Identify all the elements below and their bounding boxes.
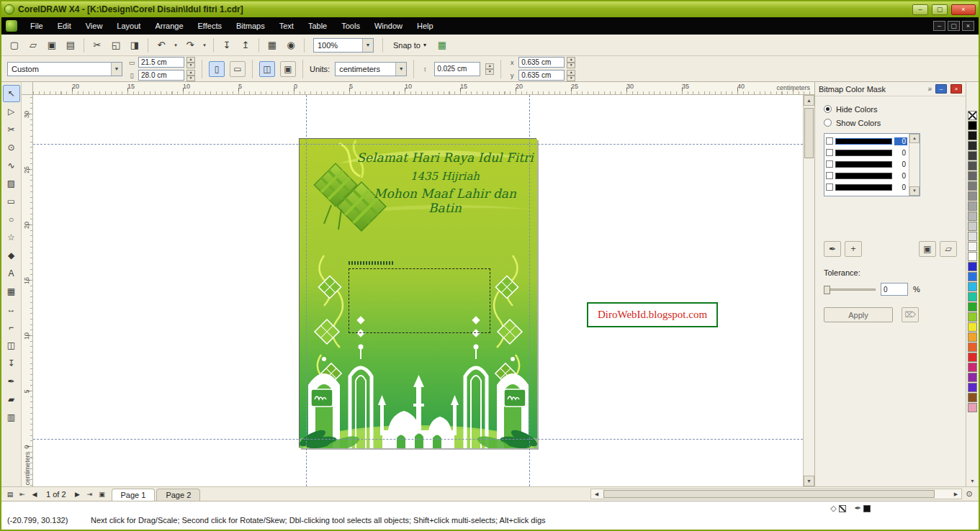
menu-item[interactable]: Layout xyxy=(109,19,148,33)
import-button[interactable]: ↧ xyxy=(218,37,235,54)
guideline-horizontal-top[interactable] xyxy=(33,144,803,145)
duplicate-x-stepper[interactable]: ▲▼ xyxy=(567,57,575,68)
redo-dropdown[interactable]: ▾ xyxy=(200,37,209,54)
application-launcher-button[interactable]: ▦ xyxy=(264,37,281,54)
guideline-vertical-left[interactable] xyxy=(306,95,307,486)
undo-button[interactable]: ↶ xyxy=(153,37,170,54)
current-page-button[interactable]: ▣ xyxy=(280,61,296,77)
page-preset-combo[interactable]: Custom ▼ xyxy=(7,62,122,76)
polygon-tool[interactable]: ☆ xyxy=(3,229,20,246)
toolbar-button[interactable] xyxy=(213,38,214,53)
scroll-up-icon[interactable]: ▲ xyxy=(804,95,814,106)
add-page-button[interactable]: ▣ xyxy=(96,489,108,500)
zoom-tool[interactable]: ⊙ xyxy=(3,139,20,156)
palette-color-swatch[interactable] xyxy=(968,121,977,130)
dimension-tool[interactable]: ↔ xyxy=(3,301,20,318)
next-page-button[interactable]: ▶ xyxy=(72,489,84,500)
paste-button[interactable]: ◨ xyxy=(126,37,143,54)
menu-item[interactable]: Text xyxy=(272,19,301,33)
page-height-stepper[interactable]: ▲▼ xyxy=(186,70,195,81)
palette-color-swatch[interactable] xyxy=(968,232,977,241)
palette-color-swatch[interactable] xyxy=(968,212,977,221)
duplicate-x-field[interactable]: 0.635 cm xyxy=(518,57,565,68)
redo-button[interactable]: ↷ xyxy=(181,37,199,54)
add-mask-color-button[interactable]: + xyxy=(845,241,862,257)
menu-item[interactable]: Window xyxy=(367,19,410,33)
minimize-button[interactable]: – xyxy=(912,4,928,15)
page-sorter-icon[interactable]: ▤ xyxy=(4,489,16,500)
eyedropper-tool[interactable]: ↧ xyxy=(3,355,20,372)
palette-color-swatch[interactable] xyxy=(968,111,977,120)
portrait-button[interactable]: ▯ xyxy=(209,61,225,77)
scroll-right-icon[interactable]: ▶ xyxy=(950,491,961,497)
checkbox[interactable] xyxy=(826,137,833,145)
palette-color-swatch[interactable] xyxy=(968,353,977,362)
mask-color-row[interactable]: 0 xyxy=(826,147,907,158)
palette-color-swatch[interactable] xyxy=(968,292,977,301)
menu-item[interactable]: Edit xyxy=(50,19,78,33)
palette-color-swatch[interactable] xyxy=(968,201,977,211)
palette-color-swatch[interactable] xyxy=(968,332,977,342)
mask-color-row[interactable]: 0 xyxy=(826,135,907,147)
drawing-page[interactable]: Selamat Hari Raya Idul Fitri 1435 Hijria… xyxy=(299,138,536,448)
hide-colors-option[interactable]: Hide Colors xyxy=(824,102,957,116)
docker-expand-icon[interactable]: » xyxy=(927,85,932,93)
text-tool[interactable]: A xyxy=(3,265,20,282)
snap-to-button[interactable]: Snap to ▾ xyxy=(387,41,432,50)
palette-color-swatch[interactable] xyxy=(968,242,977,251)
menu-item[interactable]: File xyxy=(23,19,50,33)
tolerance-field[interactable]: 0 xyxy=(881,283,908,296)
toolbar-button[interactable] xyxy=(304,38,305,53)
menu-item[interactable]: Effects xyxy=(191,19,229,33)
nudge-stepper[interactable]: ▲▼ xyxy=(485,63,494,75)
page-width-stepper[interactable]: ▲▼ xyxy=(186,57,195,68)
duplicate-y-stepper[interactable]: ▲▼ xyxy=(567,70,575,81)
guideline-vertical-right[interactable] xyxy=(529,95,530,486)
new-button[interactable]: ▢ xyxy=(6,37,23,54)
palette-color-swatch[interactable] xyxy=(968,403,977,412)
radio-icon[interactable] xyxy=(824,105,832,113)
duplicate-y-field[interactable]: 0.635 cm xyxy=(518,70,565,81)
guideline-horizontal-bottom[interactable] xyxy=(33,439,803,440)
show-colors-option[interactable]: Show Colors xyxy=(824,116,957,130)
vertical-scroll-thumb[interactable] xyxy=(804,108,814,158)
options-grid-icon[interactable]: ▦ xyxy=(433,37,451,54)
interactive-fill-tool[interactable]: ▥ xyxy=(3,409,20,426)
menu-item[interactable]: Tools xyxy=(334,19,367,33)
chevron-down-icon[interactable]: ▼ xyxy=(362,39,373,52)
palette-color-swatch[interactable] xyxy=(968,171,977,181)
mask-color-row[interactable]: 0 xyxy=(826,170,907,181)
palette-color-swatch[interactable] xyxy=(968,161,977,171)
basic-shapes-tool[interactable]: ◆ xyxy=(3,247,20,264)
shape-tool[interactable]: ▷ xyxy=(3,103,20,120)
vertical-ruler[interactable]: 302520151050 centimeters xyxy=(22,95,33,486)
save-button[interactable]: ▣ xyxy=(43,37,60,54)
units-combo[interactable]: centimeters ▼ xyxy=(335,62,407,76)
connector-tool[interactable]: ⌐ xyxy=(3,319,20,336)
document-window-button[interactable]: – xyxy=(933,21,945,31)
slider-knob[interactable] xyxy=(824,286,830,294)
palette-color-swatch[interactable] xyxy=(968,222,977,231)
color-eyedropper-button[interactable]: ✒ xyxy=(824,241,841,257)
checkbox[interactable] xyxy=(826,149,833,156)
open-button[interactable]: ▱ xyxy=(24,37,42,54)
menu-item[interactable]: Arrange xyxy=(148,19,190,33)
cut-button[interactable]: ✂ xyxy=(89,37,106,54)
horizontal-ruler[interactable]: 20151050510152025303540 centimeters xyxy=(33,82,814,95)
table-tool[interactable]: ▦ xyxy=(3,283,20,300)
radio-icon[interactable] xyxy=(824,119,832,127)
checkbox[interactable] xyxy=(826,160,833,168)
palette-color-swatch[interactable] xyxy=(968,181,977,191)
palette-color-swatch[interactable] xyxy=(968,302,977,312)
chevron-down-icon[interactable]: ▼ xyxy=(111,63,122,76)
toolbar-button[interactable] xyxy=(148,38,148,53)
mask-color-row[interactable]: 0 xyxy=(826,181,907,193)
last-page-button[interactable]: ⇥ xyxy=(84,489,96,500)
document-window-button[interactable]: × xyxy=(962,21,974,31)
mask-color-row[interactable]: 0 xyxy=(826,158,907,170)
fill-tool[interactable]: ▰ xyxy=(3,391,20,408)
welcome-screen-button[interactable]: ◉ xyxy=(282,37,300,54)
navigator-zoom-icon[interactable]: ⊙ xyxy=(963,489,976,500)
scroll-down-icon[interactable]: ▼ xyxy=(909,186,920,196)
page-tab[interactable]: Page 2 xyxy=(156,489,200,501)
